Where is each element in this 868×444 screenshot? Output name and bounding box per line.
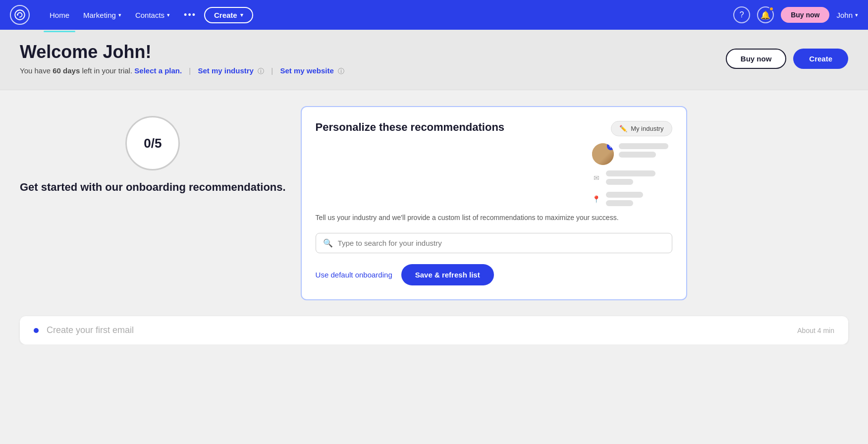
- svg-point-1: [17, 14, 18, 16]
- nav-buy-now-button[interactable]: Buy now: [781, 7, 829, 23]
- contacts-chevron-icon: ▾: [167, 12, 170, 18]
- header-left: Welcome John! You have 60 days left in y…: [20, 42, 344, 76]
- search-icon: 🔍: [323, 238, 333, 248]
- trial-info: You have 60 days left in your trial. Sel…: [20, 66, 344, 76]
- save-refresh-button[interactable]: Save & refresh list: [401, 264, 494, 285]
- nav-contacts[interactable]: Contacts ▾: [129, 7, 176, 23]
- card-footer: Use default onboarding Save & refresh li…: [316, 264, 672, 285]
- website-info-icon[interactable]: ⓘ: [338, 67, 344, 75]
- progress-circle: 0/5: [125, 116, 180, 170]
- select-plan-link[interactable]: Select a plan.: [134, 66, 182, 75]
- avatar-row: +: [592, 143, 668, 165]
- industry-search-input[interactable]: [338, 239, 665, 247]
- marketing-chevron-icon: ▾: [118, 12, 121, 18]
- logo[interactable]: [10, 5, 30, 25]
- industry-info-icon[interactable]: ⓘ: [258, 67, 264, 75]
- nav-links: Home Marketing ▾ Contacts ▾ ••• Create ▾: [44, 6, 733, 24]
- user-chevron-icon: ▾: [855, 12, 858, 18]
- task-label: Create your first email: [47, 325, 789, 335]
- help-button[interactable]: ?: [733, 6, 750, 23]
- task-time: About 4 min: [797, 327, 834, 334]
- header-actions: Buy now Create: [726, 49, 848, 69]
- header-create-button[interactable]: Create: [793, 49, 848, 69]
- card-header: Personalize these recommendations ✏️ My …: [316, 121, 672, 208]
- nav-create-button[interactable]: Create ▾: [204, 7, 253, 23]
- set-industry-link[interactable]: Set my industry: [198, 66, 254, 75]
- nav-marketing[interactable]: Marketing ▾: [77, 7, 127, 23]
- notification-dot: [769, 6, 774, 11]
- notifications-button[interactable]: 🔔: [757, 6, 774, 23]
- card-description: Tell us your industry and we'll provide …: [316, 213, 672, 223]
- get-started-label: Get started with our onboarding recommen…: [20, 180, 286, 195]
- my-industry-badge[interactable]: ✏️ My industry: [611, 121, 672, 136]
- nav-more-dots[interactable]: •••: [178, 6, 202, 24]
- page-header: Welcome John! You have 60 days left in y…: [0, 30, 868, 90]
- avatar: +: [592, 143, 614, 165]
- personalize-card: Personalize these recommendations ✏️ My …: [301, 106, 687, 300]
- bell-icon: 🔔: [760, 10, 770, 20]
- location-icon: 📍: [592, 195, 601, 203]
- user-menu[interactable]: John ▾: [836, 11, 858, 19]
- mail-icon: ✉: [592, 174, 601, 182]
- page-title: Welcome John!: [20, 42, 344, 62]
- task-dot: [34, 328, 39, 333]
- card-title: Personalize these recommendations: [316, 121, 504, 134]
- bottom-task-item[interactable]: Create your first email About 4 min: [20, 316, 848, 344]
- create-chevron-icon: ▾: [240, 12, 243, 18]
- main-content: 0/5 Get started with our onboarding reco…: [0, 90, 868, 316]
- edit-icon: ✏️: [619, 125, 627, 132]
- avatar-plus-icon: +: [607, 143, 614, 150]
- svg-point-0: [15, 10, 25, 20]
- navbar: Home Marketing ▾ Contacts ▾ ••• Create ▾…: [0, 0, 868, 30]
- nav-home[interactable]: Home: [44, 7, 75, 23]
- set-website-link[interactable]: Set my website: [280, 66, 333, 75]
- left-panel: 0/5 Get started with our onboarding reco…: [20, 106, 286, 300]
- help-icon: ?: [740, 10, 744, 19]
- use-default-onboarding-link[interactable]: Use default onboarding: [316, 271, 392, 279]
- nav-right-actions: ? 🔔 Buy now John ▾: [733, 6, 858, 23]
- header-buy-now-button[interactable]: Buy now: [726, 49, 787, 69]
- industry-search-container: 🔍: [316, 233, 672, 253]
